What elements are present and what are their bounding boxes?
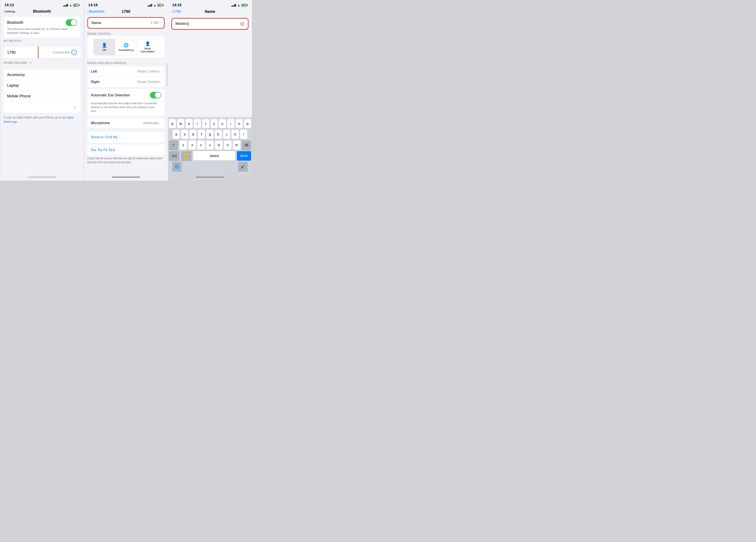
nav-title-1: Bluetooth [33, 9, 51, 14]
ear-tip-card[interactable]: Ear Tip Fit Test [87, 145, 165, 156]
shift-key[interactable]: ⇧ [169, 141, 178, 150]
key-f[interactable]: f [198, 130, 205, 139]
left-row[interactable]: Left Noise Control › [87, 66, 165, 77]
noise-cancel-icon: 👤 [145, 41, 150, 46]
back-button-2[interactable]: ‹ Bluetooth [87, 9, 104, 14]
right-chevron-icon: › [160, 80, 161, 84]
wifi-icon-3: ▲ [237, 4, 240, 7]
key-a[interactable]: a [173, 130, 180, 139]
back-button-3[interactable]: ‹ 1790 [171, 9, 181, 14]
find-my-card[interactable]: Show in Find My [87, 132, 165, 143]
status-bar-1: 14:13 ▲ ⚡ [0, 0, 84, 9]
device-connected-label: Connected [53, 51, 70, 54]
clear-input-button[interactable]: ✕ [240, 22, 244, 26]
bluetooth-toggle[interactable] [66, 19, 77, 26]
battery-icon-2: ⚡ [157, 4, 164, 7]
space-key[interactable]: space [193, 151, 235, 161]
key-q[interactable]: q [169, 119, 176, 129]
key-n[interactable]: n [224, 141, 231, 150]
mic-key[interactable]: 🎤 [238, 162, 248, 171]
key-r[interactable]: r [194, 119, 201, 129]
my-devices-label: MY DEVICES [0, 37, 84, 43]
done-key[interactable]: done [237, 151, 251, 161]
home-indicator-1 [0, 173, 84, 181]
key-h[interactable]: h [215, 130, 222, 139]
device-row-accessory[interactable]: Accessory [4, 70, 80, 80]
keyboard-row-1: q w e r t y u i o p [169, 119, 251, 129]
emoji-key[interactable]: 😊 [181, 151, 192, 161]
left-value: Noise Control [137, 69, 159, 74]
info-button-1790[interactable]: i [71, 50, 77, 55]
signal-icon-1 [63, 4, 68, 7]
key-j[interactable]: j [223, 130, 230, 139]
key-u[interactable]: u [219, 119, 226, 129]
device-row-1790[interactable]: 1790 Connected i [4, 47, 80, 58]
home-indicator-2 [84, 173, 168, 181]
ear-tip-link[interactable]: Ear Tip Fit Test [91, 148, 115, 152]
noise-btn-cancel-label: Noise Cancellation [138, 47, 157, 53]
noise-btn-transparency-label: Transparency [118, 49, 134, 52]
status-time-1: 14:13 [4, 3, 14, 7]
key-l[interactable]: l [240, 130, 247, 139]
spinner-icon-2: ✳ [73, 105, 77, 110]
key-e[interactable]: e [186, 119, 193, 129]
device-row-mobile-phone[interactable]: Mobile Phone [4, 91, 80, 102]
key-i[interactable]: i [227, 119, 234, 129]
back-label-1: Settings [5, 10, 15, 13]
ear-detection-description: Automatically transfer the audio route f… [87, 102, 165, 116]
keyboard-row-5: 🌐 🎤 [169, 162, 251, 171]
key-o[interactable]: o [236, 119, 243, 129]
microphone-card: Microphone Automatic › [87, 118, 165, 128]
key-d[interactable]: d [190, 130, 197, 139]
find-my-link[interactable]: Show in Find My [91, 135, 118, 139]
footer-text: To pair an Apple Watch with your iPhone,… [0, 113, 84, 126]
noise-btn-cancellation[interactable]: 👤 Noise Cancellation [137, 39, 158, 55]
other-devices-section: Accessory Laptop Mobile Phone ✳ [4, 70, 80, 113]
key-m[interactable]: m [233, 141, 240, 150]
noise-transparency-icon: 🌐 [123, 43, 129, 48]
nav-title-2: 1790 [122, 9, 130, 14]
delete-key[interactable]: ⌫ [242, 141, 251, 150]
key-v[interactable]: v [206, 141, 214, 150]
device-name-accessory: Accessory [7, 73, 25, 77]
noise-btn-transparency[interactable]: 🌐 Transparency [115, 39, 137, 55]
device-row-laptop[interactable]: Laptop [4, 80, 80, 91]
microphone-row[interactable]: Microphone Automatic › [87, 118, 165, 128]
key-z[interactable]: z [180, 141, 187, 150]
key-g[interactable]: g [206, 130, 213, 139]
right-row[interactable]: Right Noise Control › [87, 77, 165, 87]
key-b[interactable]: b [215, 141, 223, 150]
status-bar-2: 14:18 ▲ ⚡ [84, 0, 168, 9]
noise-btn-off-label: Off [103, 49, 106, 52]
device-status-1790: Connected i [53, 50, 77, 55]
keyboard-row-3: ⇧ z x c v b n m ⌫ [169, 141, 251, 150]
key-p[interactable]: p [244, 119, 251, 129]
back-button-1[interactable]: ‹ Settings [4, 9, 15, 13]
chevron-left-icon-3: ‹ [171, 10, 172, 13]
status-bar-3: 14:15 ▲ ⚡ [168, 0, 252, 9]
key-k[interactable]: k [232, 130, 239, 139]
microphone-chevron-icon: › [160, 121, 161, 125]
phone-1: 14:13 ▲ ⚡ ‹ Settings Bluetooth [0, 0, 84, 181]
key-w[interactable]: w [177, 119, 184, 129]
key-c[interactable]: c [197, 141, 205, 150]
device-name-mobile-phone: Mobile Phone [7, 94, 31, 99]
status-icons-3: ▲ ⚡ [231, 4, 248, 7]
key-s[interactable]: s [181, 130, 188, 139]
name-row[interactable]: Name 1790 › [88, 18, 164, 28]
nav-bar-3: ‹ 1790 Name [168, 9, 252, 15]
left-label: Left [91, 69, 97, 74]
noise-control-label: NOISE CONTROL [87, 32, 165, 35]
chevron-left-icon-2: ‹ [87, 10, 88, 13]
key-t[interactable]: t [202, 119, 209, 129]
noise-btn-off[interactable]: 👤 Off [94, 39, 115, 55]
device-name-1790: 1790 [7, 50, 16, 55]
key-x[interactable]: x [188, 141, 196, 150]
press-hold-card: Left Noise Control › Right Noise Control… [87, 66, 165, 87]
ear-detection-toggle[interactable] [150, 92, 161, 99]
key-y[interactable]: y [211, 119, 218, 129]
globe-key[interactable]: 🌐 [172, 162, 182, 171]
name-input-card[interactable]: Mobitrix ✕ [171, 18, 249, 30]
numbers-key[interactable]: 123 [169, 151, 179, 161]
battery-icon-3: ⚡ [241, 4, 248, 7]
